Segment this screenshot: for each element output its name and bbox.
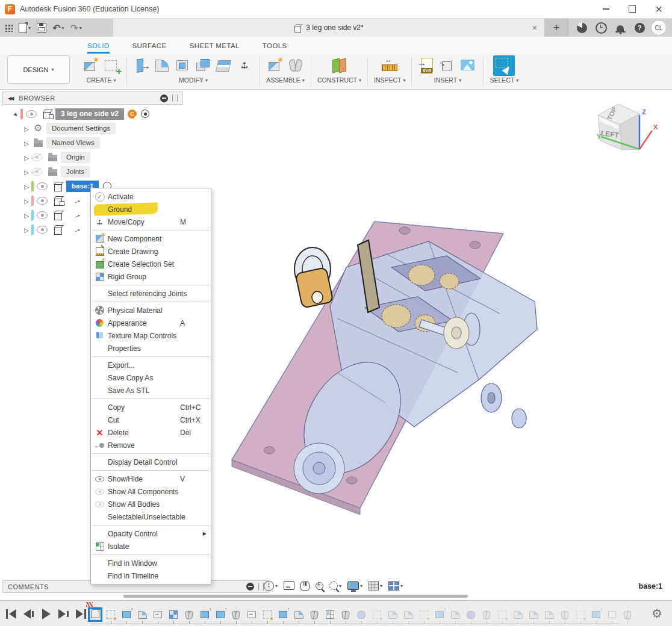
notifications-bell-icon[interactable] bbox=[611, 24, 630, 32]
menu-item[interactable]: Show All Bodies bbox=[91, 498, 211, 510]
menu-item[interactable] bbox=[91, 553, 211, 557]
sketch-feature[interactable] bbox=[573, 607, 588, 622]
rigid-feature[interactable] bbox=[166, 607, 181, 622]
menu-item[interactable]: Cut Ctrl+X bbox=[91, 414, 211, 426]
expander-icon[interactable] bbox=[22, 224, 31, 235]
timeline-settings-gear-icon[interactable]: ⚙ bbox=[652, 606, 662, 621]
select-menu-button[interactable]: SELECT▾ bbox=[490, 76, 518, 84]
extrude-feature[interactable] bbox=[589, 607, 603, 622]
viewport[interactable]: TOP LEFT Y Z X ◀◀ BROWSER bbox=[0, 90, 672, 600]
sketch-feature[interactable] bbox=[260, 607, 275, 622]
fillet-feature[interactable] bbox=[135, 607, 149, 622]
menu-item[interactable] bbox=[91, 283, 211, 287]
visibility-eye-icon[interactable] bbox=[37, 182, 48, 190]
update-badge[interactable]: C bbox=[128, 110, 137, 119]
step-forward-button[interactable] bbox=[56, 606, 71, 621]
canvas-icon[interactable] bbox=[459, 57, 477, 75]
collapse-panel-icon[interactable]: ◀◀ bbox=[8, 96, 13, 101]
fillet-feature[interactable] bbox=[526, 607, 541, 622]
menu-item[interactable]: Ground bbox=[91, 203, 211, 215]
visibility-eye-icon[interactable] bbox=[37, 197, 48, 205]
insert-svg-icon[interactable]: SVG bbox=[418, 57, 436, 75]
menu-item[interactable]: Display Detail Control bbox=[91, 456, 211, 468]
menu-item[interactable] bbox=[91, 397, 211, 401]
minimize-button[interactable] bbox=[593, 1, 619, 18]
press-pull-icon[interactable] bbox=[133, 57, 151, 75]
joint-feature[interactable] bbox=[479, 607, 494, 622]
look-at-icon[interactable] bbox=[284, 581, 294, 590]
create-sketch-icon[interactable] bbox=[102, 57, 120, 75]
split-body-icon[interactable] bbox=[215, 57, 233, 75]
menu-item[interactable]: Copy Ctrl+C bbox=[91, 401, 211, 414]
browser-row[interactable]: Joints bbox=[2, 164, 149, 179]
tab-solid[interactable]: SOLID bbox=[87, 42, 110, 54]
expander-icon[interactable] bbox=[22, 137, 31, 148]
dropdown-caret-icon[interactable]: ▾ bbox=[380, 583, 382, 589]
visibility-eye-icon[interactable] bbox=[31, 168, 42, 176]
expander-icon[interactable] bbox=[22, 166, 31, 177]
joint-feature[interactable] bbox=[558, 607, 572, 622]
zoom-icon[interactable] bbox=[316, 582, 323, 590]
menu-item[interactable] bbox=[91, 523, 211, 527]
visibility-eye-icon[interactable] bbox=[37, 226, 48, 234]
extrude-feature[interactable] bbox=[119, 607, 134, 622]
browser-row[interactable]: Origin bbox=[2, 150, 149, 164]
expander-icon[interactable] bbox=[22, 181, 31, 191]
help-icon[interactable]: ? bbox=[630, 23, 649, 33]
close-button[interactable]: × bbox=[646, 1, 672, 18]
expander-icon[interactable] bbox=[11, 108, 20, 119]
remove-panel-icon[interactable] bbox=[246, 583, 254, 590]
form-feature[interactable] bbox=[464, 607, 478, 622]
maximize-button[interactable] bbox=[619, 1, 646, 18]
form-feature[interactable] bbox=[354, 607, 369, 622]
menu-item[interactable]: Delete Del bbox=[91, 426, 211, 439]
sketch-feature[interactable] bbox=[417, 607, 431, 622]
new-component-icon[interactable] bbox=[82, 57, 100, 75]
new-component-icon[interactable] bbox=[266, 57, 284, 75]
menu-item[interactable] bbox=[91, 468, 211, 473]
node-label[interactable]: 3 leg one side v2 bbox=[55, 108, 124, 120]
extrude-feature[interactable] bbox=[198, 607, 212, 622]
derive-icon[interactable] bbox=[438, 57, 456, 75]
redo-icon[interactable]: ▾ bbox=[70, 22, 81, 34]
play-button[interactable] bbox=[39, 606, 54, 621]
menu-item[interactable]: Appearance A bbox=[91, 317, 211, 329]
design-workspace-button[interactable]: DESIGN▾ bbox=[7, 55, 70, 84]
derive-feature[interactable] bbox=[151, 607, 165, 622]
extrude-feature[interactable] bbox=[213, 607, 228, 622]
visibility-eye-icon[interactable] bbox=[31, 153, 42, 161]
box-feature[interactable] bbox=[605, 607, 619, 622]
move-icon[interactable] bbox=[235, 57, 254, 75]
layout-grid-icon[interactable]: ▾ bbox=[369, 581, 382, 590]
menu-item[interactable]: Move/Copy M bbox=[91, 215, 211, 228]
select-icon[interactable] bbox=[493, 55, 515, 76]
menu-item[interactable] bbox=[91, 300, 211, 304]
panel-grip-icon[interactable] bbox=[258, 583, 264, 590]
collapsed-group-marker[interactable] bbox=[86, 602, 93, 607]
extensions-icon[interactable] bbox=[572, 23, 591, 33]
modify-menu-button[interactable]: MODIFY▾ bbox=[179, 76, 208, 84]
step-back-button[interactable] bbox=[21, 606, 36, 621]
node-label[interactable]: Joints bbox=[61, 166, 90, 178]
tab-sheet-metal[interactable]: SHEET METAL bbox=[190, 42, 240, 54]
go-to-start-button[interactable] bbox=[4, 606, 19, 621]
fillet-feature[interactable] bbox=[448, 607, 462, 622]
dropdown-caret-icon[interactable]: ▾ bbox=[339, 583, 341, 589]
expander-icon[interactable] bbox=[22, 209, 31, 220]
menu-item[interactable]: Find in Window bbox=[91, 557, 211, 569]
pan-icon[interactable] bbox=[300, 581, 310, 591]
shell-icon[interactable] bbox=[174, 57, 192, 75]
construct-menu-button[interactable]: CONSTRUCT▾ bbox=[317, 76, 361, 84]
browser-row[interactable]: ⚙ Document Settings bbox=[2, 121, 149, 135]
menu-item[interactable] bbox=[91, 228, 211, 232]
menu-item[interactable]: Save Copy As bbox=[91, 371, 211, 384]
menu-item[interactable]: Show All Components bbox=[91, 485, 211, 498]
dropdown-caret-icon[interactable]: ▾ bbox=[275, 583, 278, 589]
joint-icon[interactable] bbox=[287, 57, 305, 75]
sketch-feature[interactable] bbox=[495, 607, 509, 622]
sketch-feature[interactable] bbox=[104, 607, 118, 622]
menu-item[interactable]: Remove bbox=[91, 439, 211, 451]
inspect-menu-button[interactable]: INSPECT▾ bbox=[374, 76, 406, 84]
fillet-feature[interactable] bbox=[401, 607, 415, 622]
joint-feature[interactable] bbox=[229, 607, 243, 622]
